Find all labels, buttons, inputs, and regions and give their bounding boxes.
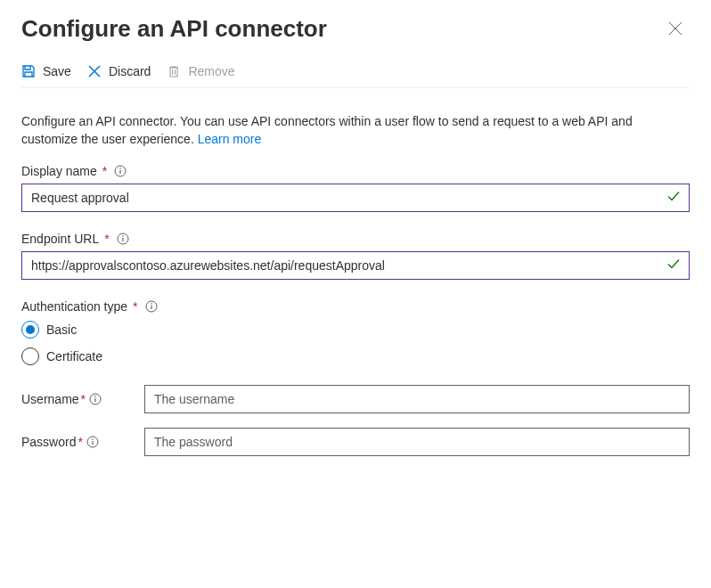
panel-header: Configure an API connector [21, 14, 690, 43]
discard-label: Discard [109, 64, 151, 78]
save-label: Save [43, 64, 71, 78]
username-field: Username * [21, 385, 690, 413]
display-name-field: Display name * [21, 164, 690, 212]
required-indicator: * [78, 435, 82, 449]
save-icon [21, 64, 36, 78]
auth-type-field: Authentication type * Basic Certificate [21, 299, 690, 365]
username-label: Username * [21, 392, 134, 406]
check-icon [666, 257, 681, 274]
password-field: Password * [21, 428, 690, 456]
info-icon[interactable] [117, 233, 129, 245]
radio-label: Basic [46, 323, 77, 337]
username-input[interactable] [144, 385, 690, 413]
info-icon[interactable] [114, 165, 127, 177]
endpoint-url-field: Endpoint URL * [21, 232, 690, 280]
configure-api-connector-panel: Configure an API connector Save Discard … [0, 0, 711, 492]
endpoint-url-input[interactable] [21, 251, 690, 280]
password-input[interactable] [144, 428, 690, 456]
info-icon[interactable] [145, 300, 158, 313]
page-title: Configure an API connector [21, 15, 327, 43]
trash-icon [167, 64, 181, 78]
radio-icon [21, 347, 39, 365]
check-icon [666, 190, 681, 207]
display-name-input[interactable] [21, 184, 690, 212]
required-indicator: * [104, 232, 109, 246]
radio-option-certificate[interactable]: Certificate [21, 347, 690, 365]
save-button[interactable]: Save [21, 64, 71, 78]
password-label: Password * [21, 435, 134, 449]
required-indicator: * [102, 164, 107, 178]
info-icon[interactable] [86, 436, 99, 448]
svg-point-5 [151, 303, 152, 305]
remove-button: Remove [167, 64, 234, 78]
description-body: Configure an API connector. You can use … [21, 114, 633, 146]
required-indicator: * [81, 392, 86, 406]
close-icon [668, 21, 682, 36]
svg-point-7 [94, 396, 96, 397]
radio-option-basic[interactable]: Basic [21, 321, 690, 339]
endpoint-url-label: Endpoint URL * [21, 232, 690, 246]
required-indicator: * [133, 299, 137, 314]
svg-point-3 [122, 235, 124, 237]
description-text: Configure an API connector. You can use … [21, 113, 690, 148]
command-bar: Save Discard Remove [21, 64, 690, 88]
auth-type-radio-group: Basic Certificate [21, 321, 690, 365]
discard-icon [87, 64, 102, 78]
display-name-label: Display name * [21, 164, 690, 178]
svg-point-9 [92, 438, 94, 440]
auth-type-label: Authentication type * [21, 299, 690, 314]
remove-label: Remove [188, 64, 234, 78]
learn-more-link[interactable]: Learn more [198, 132, 262, 146]
discard-button[interactable]: Discard [87, 64, 151, 78]
radio-icon [21, 321, 39, 339]
svg-point-1 [119, 167, 121, 169]
radio-label: Certificate [46, 349, 102, 363]
info-icon[interactable] [89, 393, 102, 405]
close-button[interactable] [661, 14, 690, 43]
